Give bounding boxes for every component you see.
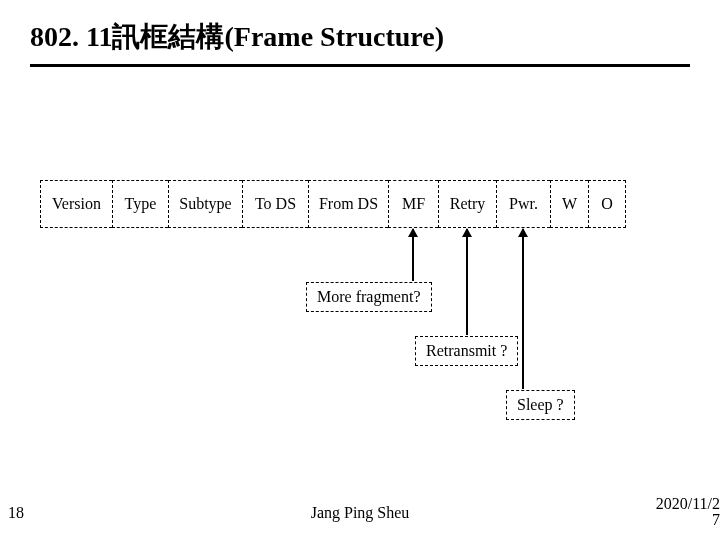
frame-structure-row: Version Type Subtype To DS From DS MF Re… bbox=[40, 180, 626, 228]
field-to-ds: To DS bbox=[242, 180, 308, 228]
author-name: Jang Ping Sheu bbox=[0, 504, 720, 522]
arrow-mf bbox=[412, 229, 414, 281]
annotation-retransmit: Retransmit ? bbox=[415, 336, 518, 366]
field-subtype: Subtype bbox=[168, 180, 242, 228]
field-version: Version bbox=[40, 180, 112, 228]
date-line1: 2020/11/2 bbox=[656, 495, 720, 512]
field-mf: MF bbox=[388, 180, 438, 228]
arrow-pwr bbox=[522, 229, 524, 389]
field-retry: Retry bbox=[438, 180, 496, 228]
field-type: Type bbox=[112, 180, 168, 228]
title-rule bbox=[30, 64, 690, 67]
date-line2: 7 bbox=[712, 512, 720, 528]
field-w: W bbox=[550, 180, 588, 228]
annotation-sleep: Sleep ? bbox=[506, 390, 575, 420]
field-o: O bbox=[588, 180, 626, 228]
slide-title: 802. 11訊框結構(Frame Structure) bbox=[0, 0, 720, 64]
field-from-ds: From DS bbox=[308, 180, 388, 228]
slide-date: 2020/11/2 7 bbox=[656, 496, 720, 528]
field-pwr: Pwr. bbox=[496, 180, 550, 228]
annotation-more-fragment: More fragment? bbox=[306, 282, 432, 312]
arrow-retry bbox=[466, 229, 468, 335]
